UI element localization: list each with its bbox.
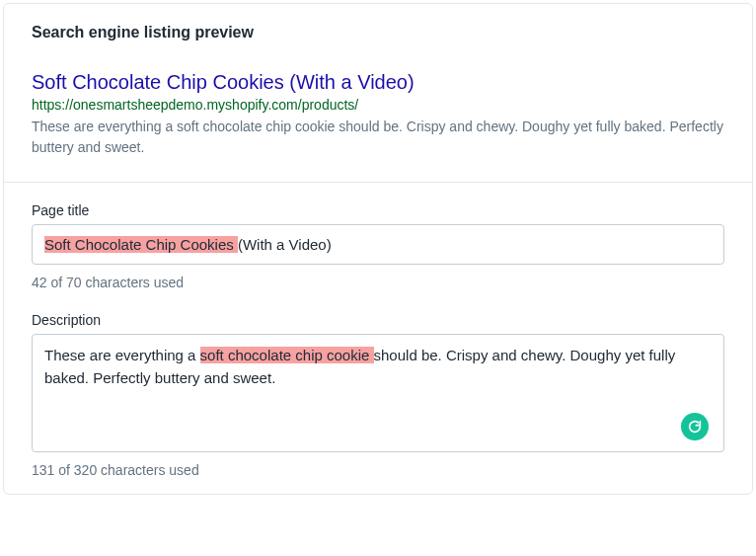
- description-counter: 131 of 320 characters used: [32, 462, 724, 478]
- seo-preview-title: Soft Chocolate Chip Cookies (With a Vide…: [32, 69, 724, 95]
- seo-preview-url: https://onesmartsheepdemo.myshopify.com/…: [32, 97, 724, 113]
- form-section: Page title Soft Chocolate Chip Cookies (…: [4, 183, 752, 494]
- section-title: Search engine listing preview: [32, 24, 724, 41]
- description-textarea-wrapper: These are everything a soft chocolate ch…: [32, 334, 724, 452]
- seo-listing-card: Search engine listing preview Soft Choco…: [3, 3, 753, 495]
- plain-text: (With a Video): [238, 236, 332, 253]
- page-title-field-group: Page title Soft Chocolate Chip Cookies (…: [32, 202, 724, 290]
- highlighted-text: soft chocolate chip cookie: [200, 347, 374, 363]
- preview-section: Search engine listing preview Soft Choco…: [4, 4, 752, 182]
- plain-text: These are everything a: [44, 347, 200, 363]
- grammarly-icon[interactable]: [681, 413, 709, 440]
- page-title-counter: 42 of 70 characters used: [32, 275, 724, 290]
- page-title-input[interactable]: Soft Chocolate Chip Cookies (With a Vide…: [32, 224, 724, 265]
- description-field-group: Description These are everything a soft …: [32, 312, 724, 478]
- page-title-label: Page title: [32, 202, 724, 218]
- description-textarea[interactable]: These are everything a soft chocolate ch…: [32, 334, 724, 452]
- highlighted-text: Soft Chocolate Chip Cookies: [44, 236, 238, 253]
- page-title-input-wrapper: Soft Chocolate Chip Cookies (With a Vide…: [32, 224, 724, 265]
- seo-preview-description: These are everything a soft chocolate ch…: [32, 117, 724, 158]
- description-label: Description: [32, 312, 724, 328]
